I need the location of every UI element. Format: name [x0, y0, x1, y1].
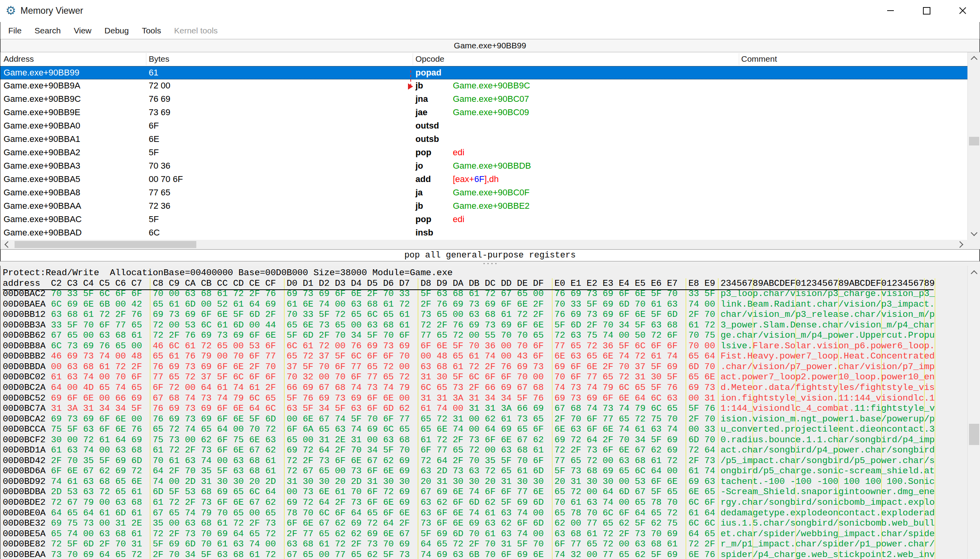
hex-ascii: r_m/p1_impact.char/spider/p1_power.char/ [720, 539, 935, 549]
maximize-button[interactable] [914, 1, 939, 20]
disasm-address: Game.exe+90BBAA [4, 201, 81, 211]
column-address[interactable]: Address [4, 54, 34, 64]
disasm-row[interactable]: Game.exe+90BB9961popad [0, 66, 967, 79]
minimize-button[interactable] [878, 1, 903, 20]
disasm-horizontal-scrollbar[interactable] [0, 240, 967, 249]
hex-ascii: -Scream_Shield.snaporigintoowner.dmg_ene [720, 487, 935, 497]
disasm-address: Game.exe+90BBAC [4, 214, 82, 224]
menu-item-search[interactable]: Search [35, 26, 61, 35]
scroll-right-arrow-icon[interactable] [955, 239, 967, 250]
hex-row[interactable]: 00D0BE32 69 75 73 00 31 2E 35 00 63 68 6… [3, 518, 967, 529]
hex-address: 00D0BAEA [3, 299, 51, 309]
disasm-row[interactable]: Game.exe+90BBAD6Cinsb [0, 226, 967, 240]
disasm-operand: Game.exe+90BC0F [453, 188, 530, 198]
disasm-bytes: 5F [149, 147, 159, 158]
disasm-opcode: outsd [415, 121, 439, 131]
column-comment[interactable]: Comment [741, 54, 777, 64]
disasm-row[interactable]: Game.exe+90BBAA72 36jbGame.exe+90BBE2 [0, 200, 967, 213]
menu-item-tools[interactable]: Tools [142, 26, 161, 35]
disasm-hscroll-thumb[interactable] [15, 241, 196, 248]
disasm-row[interactable]: Game.exe+90BB9E73 69jaeGame.exe+90BC09 [0, 106, 967, 120]
hex-row[interactable]: 00D0BE82 72 5F 6D 2F 70 31 5F 69 6D 70 6… [3, 539, 967, 550]
hex-row[interactable]: 00D0BE5A 65 74 00 63 68 61 72 2F 73 70 6… [3, 529, 967, 539]
hex-vscroll-thumb[interactable] [969, 424, 979, 445]
hex-bytes: 00 63 68 61 72 2F 76 69 73 69 6F 6E 2F 7… [51, 362, 721, 372]
hex-bytes: 61 63 74 00 70 6F 77 65 72 37 5F 6C 6F 6… [51, 372, 721, 382]
disasm-bytes: 77 65 [149, 188, 170, 198]
hex-address: 00D0BC02 [3, 372, 51, 382]
hex-address: 00D0BD6A [3, 466, 51, 476]
panel-splitter[interactable] [0, 261, 980, 266]
disasm-opcode: outsb [415, 134, 439, 144]
hex-bytes: 64 65 64 61 6D 61 67 65 74 79 70 65 00 6… [51, 508, 721, 518]
hex-row[interactable]: 00D0BE0A 64 65 64 61 6D 61 67 65 74 79 7… [3, 508, 967, 519]
hex-address: 00D0BC52 [3, 393, 51, 403]
hex-row[interactable]: 00D0BD92 74 61 63 68 65 6E 74 00 2D 31 3… [3, 476, 967, 487]
scroll-down-arrow-icon[interactable] [968, 228, 980, 240]
hex-row[interactable]: 00D0BAC2 70 33 5F 6C 6F 6F 70 00 63 68 6… [3, 289, 967, 299]
disasm-opcode: ja [415, 188, 423, 198]
hex-row[interactable]: 00D0BC2A 64 00 4D 65 74 65 6F 72 00 64 6… [3, 382, 967, 393]
disasm-vertical-scrollbar[interactable] [967, 52, 980, 240]
close-icon [958, 6, 967, 15]
column-opcode[interactable]: Opcode [415, 54, 445, 64]
disasm-row[interactable]: Game.exe+90BB9A72 00jbGame.exe+90BB9C [0, 79, 967, 93]
hex-ascii: 23456789ABCDEF0123456789ABCDEF0123456789 [720, 278, 935, 289]
disasm-bytes: 72 00 [149, 81, 170, 91]
hex-row[interactable]: 00D0BDBA 2D 53 63 72 65 61 6D 5F 53 68 6… [3, 487, 967, 497]
scroll-left-arrow-icon[interactable] [0, 239, 13, 250]
hex-row[interactable]: 00D0BBB2 46 69 73 74 00 48 65 61 76 79 0… [3, 351, 967, 362]
disasm-address: Game.exe+90BBA8 [4, 188, 80, 198]
disasm-row[interactable]: Game.exe+90BBA500 70 6Fadd[eax+6F],dh [0, 173, 967, 186]
disasm-row[interactable]: Game.exe+90BBA16Eoutsb [0, 133, 967, 146]
column-bytes[interactable]: Bytes [149, 54, 170, 64]
hex-address: 00D0BD42 [3, 456, 51, 466]
minimize-icon [887, 10, 894, 11]
hex-ascii: u_converted.projectileent.dieoncontact.3 [720, 424, 935, 434]
hex-row[interactable]: 00D0BEAA 73 70 69 64 65 72 2F 70 34 5F 6… [3, 550, 967, 559]
hex-row[interactable]: 00D0BB12 63 68 61 72 2F 76 69 73 69 6F 6… [3, 309, 967, 320]
hex-row[interactable]: 00D0BCCA 75 5F 63 6F 6E 76 65 72 74 65 6… [3, 424, 967, 435]
disasm-row[interactable]: Game.exe+90BBA877 65jaGame.exe+90BC0F [0, 186, 967, 200]
hex-row[interactable]: 00D0BD42 2F 70 35 5F 69 6D 70 61 63 74 0… [3, 456, 967, 466]
hex-vertical-scrollbar[interactable] [967, 266, 980, 559]
disasm-row[interactable]: Game.exe+90BBA370 36joGame.exe+90BBDB [0, 160, 967, 173]
hex-row[interactable]: 00D0BC7A 31 3A 31 34 34 5F 76 69 73 69 6… [3, 403, 967, 414]
hex-ascii: 3_power.Slam.Dense.char/vision_m/p4_char [720, 320, 935, 330]
disasm-address: Game.exe+90BBA0 [4, 121, 80, 131]
hex-bytes: 46 69 73 74 00 48 65 61 76 79 00 70 6F 7… [51, 351, 721, 361]
hex-row[interactable]: 00D0BB8A 6C 73 69 76 65 00 46 6C 61 72 6… [3, 341, 967, 351]
disasm-row[interactable]: Game.exe+90BBA25Fpopedi [0, 146, 967, 160]
close-button[interactable] [950, 1, 975, 20]
menu-item-debug[interactable]: Debug [105, 26, 129, 35]
hex-row[interactable]: 00D0BB62 67 65 00 63 68 61 72 2F 76 69 7… [3, 330, 967, 341]
hex-row[interactable]: 00D0BC52 69 6F 6E 00 66 69 67 68 74 73 7… [3, 393, 967, 404]
disasm-row[interactable]: Game.exe+90BBA06Foutsd [0, 120, 967, 133]
hex-ascii: /p5_impact.char/songbird/p5_power.char/s [720, 456, 935, 466]
disasm-opcode: jae [415, 107, 428, 118]
hex-row[interactable]: 00D0BDE2 72 67 79 00 63 68 61 72 2F 73 6… [3, 497, 967, 508]
hex-row[interactable]: 00D0BCA2 69 73 69 6F 6E 00 76 69 73 69 6… [3, 414, 967, 425]
disasm-vscroll-thumb[interactable] [969, 137, 979, 145]
hex-row[interactable]: 00D0BC02 61 63 74 00 70 6F 77 65 72 37 5… [3, 372, 967, 382]
disasm-address: Game.exe+90BB9E [4, 107, 80, 118]
instruction-description: pop all general-purpose registers [404, 250, 576, 260]
scroll-up-arrow-icon[interactable] [968, 52, 980, 64]
hex-row[interactable]: 00D0BCF2 30 00 72 61 64 69 75 73 00 62 6… [3, 435, 967, 445]
disasm-row[interactable]: Game.exe+90BB9C76 69jnaGame.exe+90BC07 [0, 93, 967, 106]
disasm-row[interactable]: Game.exe+90BBAC5Fpopedi [0, 213, 967, 226]
hex-ascii: act.power7_loop2.power10_loop.power10_en [720, 372, 935, 382]
hex-address: 00D0BAC2 [3, 289, 51, 299]
hex-row[interactable]: 00D0BB3A 33 5F 70 6F 77 65 72 00 53 6C 6… [3, 320, 967, 331]
scroll-up-arrow-icon[interactable] [968, 267, 980, 278]
hex-row[interactable]: 00D0BD1A 61 63 74 00 63 68 61 72 2F 73 6… [3, 445, 967, 456]
disasm-opcode: jb [415, 201, 423, 211]
disasm-bytes: 5F [149, 214, 159, 224]
menu-item-file[interactable]: File [8, 26, 22, 35]
hex-row[interactable]: 00D0BBDA 00 63 68 61 72 2F 76 69 73 69 6… [3, 362, 967, 372]
menu-item-view[interactable]: View [74, 26, 91, 35]
hex-row[interactable]: 00D0BAEA 6C 69 6E 6B 00 42 65 61 6D 00 5… [3, 299, 967, 310]
disasm-column-header[interactable]: Address Bytes Opcode Comment [0, 52, 967, 66]
hex-address: 00D0BD92 [3, 476, 51, 487]
hex-row[interactable]: 00D0BD6A 6F 6E 67 62 69 72 64 2F 70 35 5… [3, 466, 967, 476]
